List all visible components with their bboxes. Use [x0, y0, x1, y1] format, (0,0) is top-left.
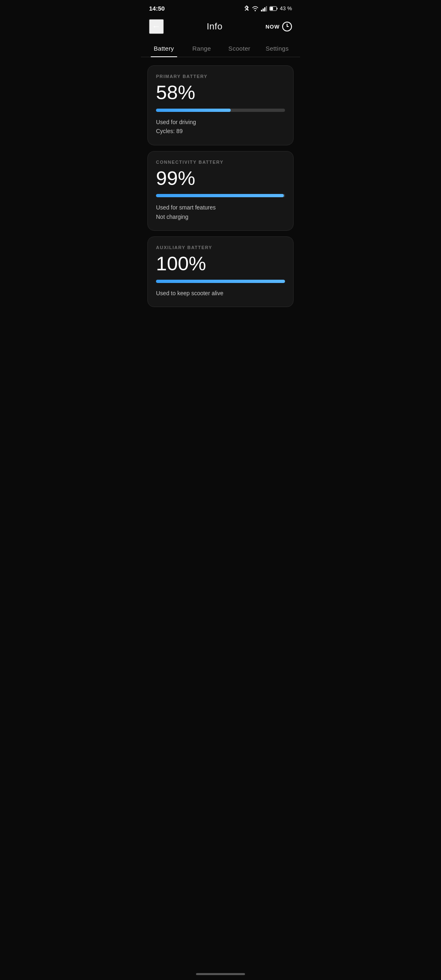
primary-battery-info-line1: Used for driving — [156, 118, 285, 127]
signal-icon — [261, 6, 267, 11]
tab-battery[interactable]: Battery — [145, 40, 183, 57]
back-arrow-icon: ← — [152, 21, 161, 32]
status-icons: 43 % — [244, 5, 292, 12]
primary-battery-progress-fill — [156, 109, 231, 112]
primary-battery-percentage: 58% — [156, 82, 285, 104]
auxiliary-battery-label: AUXILIARY BATTERY — [156, 245, 285, 250]
device-battery-icon — [270, 6, 278, 11]
wifi-icon — [252, 6, 259, 11]
svg-rect-1 — [263, 9, 264, 11]
tab-navigation: Battery Range Scooter Settings — [141, 40, 300, 57]
status-time: 14:50 — [149, 5, 165, 12]
connectivity-battery-progress-container — [156, 194, 285, 197]
connectivity-battery-percentage: 99% — [156, 168, 285, 189]
connectivity-battery-label: CONNECTIVITY BATTERY — [156, 160, 285, 165]
auxiliary-battery-info-line1: Used to keep scooter alive — [156, 289, 285, 298]
tab-scooter[interactable]: Scooter — [220, 40, 258, 57]
auxiliary-battery-progress-container — [156, 280, 285, 283]
svg-rect-5 — [270, 7, 273, 10]
back-button[interactable]: ← — [149, 19, 164, 34]
main-content: PRIMARY BATTERY 58% Used for driving Cyc… — [141, 57, 300, 315]
svg-rect-0 — [261, 10, 262, 11]
auxiliary-battery-percentage: 100% — [156, 253, 285, 275]
primary-battery-progress-container — [156, 109, 285, 112]
primary-battery-info: Used for driving Cycles: 89 — [156, 118, 285, 136]
primary-battery-info-line2: Cycles: 89 — [156, 127, 285, 136]
primary-battery-label: PRIMARY BATTERY — [156, 74, 285, 79]
connectivity-battery-card: CONNECTIVITY BATTERY 99% Used for smart … — [147, 151, 294, 231]
connectivity-battery-info: Used for smart features Not charging — [156, 203, 285, 221]
tab-settings[interactable]: Settings — [258, 40, 296, 57]
svg-rect-6 — [277, 8, 278, 9]
now-button[interactable]: NOW — [265, 22, 292, 31]
auxiliary-battery-progress-fill — [156, 280, 285, 283]
connectivity-battery-progress-fill — [156, 194, 284, 197]
connectivity-battery-info-line1: Used for smart features — [156, 203, 285, 212]
svg-rect-2 — [264, 7, 265, 11]
battery-percentage-status: 43 % — [280, 5, 292, 11]
bluetooth-icon — [244, 5, 249, 12]
tab-range[interactable]: Range — [183, 40, 221, 57]
clock-icon — [282, 22, 292, 31]
status-bar: 14:50 — [141, 0, 300, 15]
page-title: Info — [207, 21, 223, 32]
top-nav: ← Info NOW — [141, 15, 300, 40]
now-label: NOW — [265, 24, 280, 30]
auxiliary-battery-card: AUXILIARY BATTERY 100% Used to keep scoo… — [147, 236, 294, 307]
primary-battery-card: PRIMARY BATTERY 58% Used for driving Cyc… — [147, 65, 294, 145]
connectivity-battery-info-line2: Not charging — [156, 212, 285, 221]
auxiliary-battery-info: Used to keep scooter alive — [156, 289, 285, 298]
svg-rect-3 — [266, 6, 267, 11]
